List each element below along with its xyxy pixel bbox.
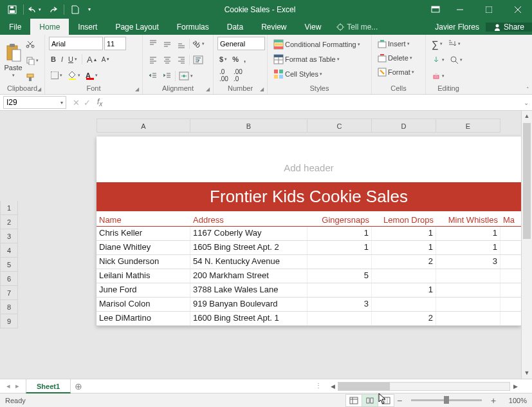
cell[interactable]: 1600 Bing Street Apt. 1 [190,312,307,325]
maximize-button[interactable] [474,0,503,19]
cell[interactable]: Nick Gunderson [96,255,190,269]
cell[interactable]: June Ford [96,283,190,297]
cell[interactable]: 1 [436,241,500,254]
hscroll-thumb[interactable] [338,383,390,390]
cell[interactable] [436,312,500,325]
header-partial[interactable]: Ma [500,215,521,226]
align-top[interactable] [147,37,160,51]
cell[interactable]: 5 [307,269,372,283]
horizontal-scrollbar[interactable]: ◀ ▶ [327,381,520,392]
tab-view[interactable]: View [296,19,331,35]
tab-file[interactable]: File [0,19,30,35]
sort-filter-button[interactable]: ▾ [446,37,463,51]
tab-pagelayout[interactable]: Page Layout [106,19,167,35]
cell[interactable]: 1 [307,241,372,254]
cell[interactable] [436,298,500,311]
increase-font-button[interactable]: A▴ [85,52,98,66]
view-page-layout[interactable] [362,394,378,407]
tell-me[interactable]: Tell me... [330,19,384,35]
col-header-e[interactable]: E [436,118,500,133]
zoom-in[interactable]: + [488,395,499,406]
cell[interactable] [372,269,436,283]
row-header[interactable]: 5 [0,258,18,272]
tab-insert[interactable]: Insert [69,19,106,35]
cell[interactable]: Chris Keller [96,227,190,240]
clipboard-launcher[interactable]: ◢ [35,85,43,93]
header-gingersnaps[interactable]: Gingersnaps [307,215,372,226]
insert-cells-button[interactable]: Insert▾ [376,37,421,51]
save-button[interactable] [4,2,21,17]
font-size-input[interactable] [104,37,126,50]
find-select-button[interactable]: ▾ [448,53,464,67]
header-address[interactable]: Address [190,215,307,226]
new-sheet-button[interactable]: ⊕ [71,381,86,392]
cell[interactable]: 54 N. Kentucky Avenue [190,255,307,269]
format-cells-button[interactable]: Format▾ [376,65,421,79]
formula-input[interactable] [106,96,520,109]
cell[interactable] [500,241,521,254]
font-launcher[interactable]: ◢ [133,85,141,93]
new-file-button[interactable] [67,2,84,17]
cell[interactable] [500,269,521,283]
number-format-select[interactable] [217,37,265,50]
enter-formula[interactable]: ✓ [84,98,91,108]
align-left[interactable] [147,53,160,67]
row-header[interactable]: 9 [0,314,18,328]
collapse-ribbon[interactable]: ˄ [526,86,529,93]
qat-customize[interactable]: ▾ [85,2,94,17]
bold-button[interactable]: B [49,52,58,66]
close-button[interactable] [503,0,532,19]
scroll-up[interactable]: ▲ [522,111,532,122]
tab-data[interactable]: Data [218,19,252,35]
clear-button[interactable]: ▾ [430,69,446,83]
increase-indent[interactable] [161,69,174,83]
header-lemondrops[interactable]: Lemon Drops [372,215,436,226]
cell[interactable]: 3 [436,255,500,269]
cell[interactable]: 1 [307,227,372,240]
delete-cells-button[interactable]: Delete▾ [376,51,421,65]
sheet-nav[interactable]: ◂▸ [0,382,26,390]
increase-decimal[interactable]: .0.00 [217,68,230,82]
minimize-button[interactable] [445,0,474,19]
tab-home[interactable]: Home [30,19,69,35]
cell[interactable]: 2 [372,312,436,325]
undo-button[interactable]: ▾ [26,2,43,17]
view-page-break[interactable] [378,394,394,407]
vertical-scrollbar[interactable]: ▲ ▼ [521,111,532,379]
col-header-a[interactable]: A [96,118,190,133]
cell[interactable] [500,227,521,240]
autosum-button[interactable]: ∑▾ [430,37,445,51]
expand-formula-bar[interactable]: ⌄ [520,99,532,106]
font-color-button[interactable]: A▾ [84,68,100,82]
row-header[interactable]: 6 [0,272,18,286]
cell[interactable]: 919 Banyan Boulevard [190,298,307,311]
redo-button[interactable] [44,2,61,17]
cell[interactable] [500,312,521,325]
align-middle[interactable] [161,37,174,51]
number-launcher[interactable]: ◢ [258,85,266,93]
cell[interactable]: 1605 Bing Street Apt. 2 [190,241,307,254]
row-header[interactable]: 2 [0,215,18,229]
cell[interactable] [500,255,521,269]
cell[interactable]: 3788 Lake Wales Lane [190,283,307,297]
cell[interactable] [372,298,436,311]
header-mintwhistles[interactable]: Mint Whistles [436,215,500,226]
align-center[interactable] [161,53,174,67]
alignment-launcher[interactable]: ◢ [204,85,212,93]
cell[interactable]: 1 [436,227,500,240]
cell[interactable]: 3 [307,298,372,311]
cell-styles-button[interactable]: Cell Styles▾ [271,66,367,81]
col-header-c[interactable]: C [307,118,372,133]
decrease-indent[interactable] [147,69,160,83]
cell[interactable] [307,255,372,269]
scroll-thumb[interactable] [523,123,531,239]
percent-format[interactable]: % [230,52,241,66]
cell[interactable] [436,269,500,283]
conditional-formatting-button[interactable]: Conditional Formatting▾ [271,37,367,52]
scroll-down[interactable]: ▼ [522,368,532,379]
paste-button[interactable]: Paste ▾ [4,42,23,78]
cell[interactable]: Diane Whitley [96,241,190,254]
cell[interactable]: Lee DiMartino [96,312,190,325]
header-name[interactable]: Name [96,215,190,226]
zoom-level[interactable]: 100% [499,397,527,404]
